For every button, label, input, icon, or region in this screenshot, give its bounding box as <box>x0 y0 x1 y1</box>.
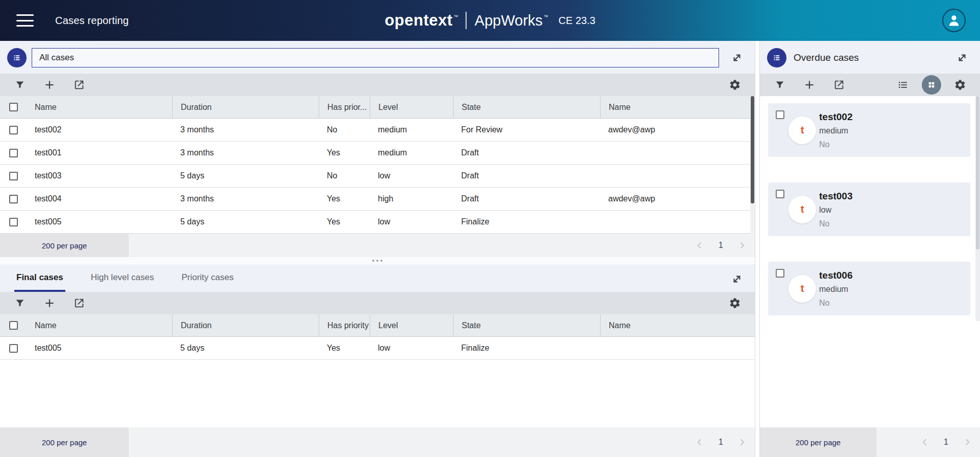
column-header[interactable]: State <box>453 314 600 336</box>
card-level: medium <box>819 126 963 135</box>
brand-logo: opentext ™ AppWorks ™ CE 23.3 <box>385 11 595 30</box>
per-page-selector[interactable]: 200 per page <box>0 427 129 457</box>
page-number: 1 <box>719 438 723 447</box>
card-title: test006 <box>819 270 963 281</box>
row-checkbox[interactable] <box>9 149 18 157</box>
card-flag: No <box>819 140 963 149</box>
case-card[interactable]: t test003 low No <box>768 182 970 236</box>
card-level: low <box>819 205 963 215</box>
column-header[interactable]: Duration <box>172 314 319 336</box>
row-checkbox[interactable] <box>9 195 18 203</box>
case-card[interactable]: t test006 medium No <box>768 262 970 315</box>
expand-icon[interactable] <box>953 49 971 66</box>
all-cases-panel: All cases <box>0 41 755 264</box>
cell-duration: 3 months <box>172 142 319 164</box>
table-row[interactable]: test005 5 days Yes low Finalize <box>0 211 755 234</box>
vertical-scrollbar[interactable] <box>750 96 755 234</box>
vertical-scrollbar[interactable] <box>975 96 980 321</box>
column-header[interactable]: State <box>453 96 600 118</box>
filter-icon[interactable] <box>11 76 29 94</box>
table-row[interactable]: test002 3 months No medium For Review aw… <box>0 119 755 142</box>
cell-level: medium <box>370 119 453 141</box>
cell-owner <box>600 165 755 187</box>
card-flag: No <box>819 219 963 228</box>
row-checkbox[interactable] <box>9 126 18 134</box>
column-header[interactable]: Level <box>370 96 453 118</box>
case-avatar: t <box>788 196 816 223</box>
column-header[interactable]: Duration <box>172 96 319 118</box>
list-view-icon[interactable] <box>894 76 912 94</box>
column-header[interactable]: Has prior... <box>319 96 370 118</box>
panel-divider[interactable] <box>755 41 760 457</box>
tab-priority-cases[interactable]: Priority cases <box>179 272 235 292</box>
tab-high-level-cases[interactable]: High level cases <box>89 272 156 292</box>
trademark-symbol: ™ <box>544 14 548 19</box>
case-lens-input[interactable]: All cases <box>32 48 719 67</box>
table-row[interactable]: test003 5 days No low Draft <box>0 165 755 188</box>
filter-icon[interactable] <box>11 294 29 312</box>
column-header[interactable]: Level <box>370 314 453 336</box>
row-checkbox[interactable] <box>9 172 18 180</box>
per-page-selector[interactable]: 200 per page <box>0 234 129 257</box>
next-page-icon[interactable] <box>736 437 748 448</box>
card-checkbox[interactable] <box>776 110 784 119</box>
trademark-symbol: ™ <box>453 14 458 19</box>
case-card[interactable]: t test002 medium No <box>768 103 970 157</box>
table-header-row: Name Duration Has prior... Level State N… <box>0 96 755 119</box>
page-number: 1 <box>944 438 948 447</box>
card-checkbox[interactable] <box>776 269 784 278</box>
table-row[interactable]: test001 3 months Yes medium Draft <box>0 142 755 165</box>
add-icon[interactable] <box>41 76 58 94</box>
cell-duration: 5 days <box>172 165 319 187</box>
cell-owner <box>600 142 755 164</box>
export-icon[interactable] <box>70 294 88 312</box>
cell-state: For Review <box>453 119 600 141</box>
row-checkbox[interactable] <box>9 218 18 226</box>
settings-gear-icon[interactable] <box>726 294 744 312</box>
tabs-bar: Final cases High level cases Priority ca… <box>0 264 755 292</box>
panel-resize-handle[interactable] <box>0 257 755 264</box>
per-page-selector[interactable]: 200 per page <box>760 427 876 457</box>
brand-opentext: opentext <box>385 11 452 30</box>
select-all-checkbox[interactable] <box>9 103 18 111</box>
list-circle-icon[interactable] <box>7 48 27 67</box>
settings-gear-icon[interactable] <box>726 76 744 94</box>
export-icon[interactable] <box>830 76 848 94</box>
cell-level: high <box>370 188 453 210</box>
hamburger-menu-icon[interactable] <box>16 14 34 27</box>
column-header[interactable]: Name <box>27 96 172 118</box>
previous-page-icon[interactable] <box>694 240 705 251</box>
card-checkbox[interactable] <box>776 190 784 198</box>
settings-gear-icon[interactable] <box>951 76 969 94</box>
cell-name: test004 <box>27 188 172 210</box>
table-row[interactable]: test004 3 months Yes high Draft awdev@aw… <box>0 188 755 211</box>
expand-icon[interactable] <box>728 270 746 288</box>
previous-page-icon[interactable] <box>919 437 930 448</box>
column-header[interactable]: Has priority <box>319 314 370 336</box>
overdue-cards-list: t test002 medium No t test003 low No t t… <box>760 96 980 427</box>
final-cases-pagination: 200 per page 1 <box>0 427 755 457</box>
add-icon[interactable] <box>41 294 58 312</box>
next-page-icon[interactable] <box>962 437 973 448</box>
table-row[interactable]: test005 5 days Yes low Finalize <box>0 337 755 360</box>
export-icon[interactable] <box>70 76 88 94</box>
scrollbar-thumb[interactable] <box>751 96 754 203</box>
column-header[interactable]: Name <box>27 314 172 336</box>
column-header[interactable]: Name <box>600 96 755 118</box>
filter-icon[interactable] <box>771 76 788 94</box>
all-cases-toolbar <box>0 74 755 96</box>
select-all-checkbox[interactable] <box>9 321 18 330</box>
card-flag: No <box>819 299 963 308</box>
main-content: All cases <box>0 41 980 457</box>
column-header[interactable]: Name <box>600 314 755 336</box>
tab-final-cases[interactable]: Final cases <box>14 272 65 292</box>
scrollbar-thumb[interactable] <box>976 96 979 249</box>
next-page-icon[interactable] <box>736 240 748 251</box>
grid-view-icon[interactable] <box>922 75 941 95</box>
expand-icon[interactable] <box>728 49 746 66</box>
add-icon[interactable] <box>801 76 818 94</box>
user-avatar-button[interactable] <box>942 9 966 32</box>
list-circle-icon[interactable] <box>767 48 786 67</box>
previous-page-icon[interactable] <box>694 437 705 448</box>
row-checkbox[interactable] <box>9 344 18 353</box>
